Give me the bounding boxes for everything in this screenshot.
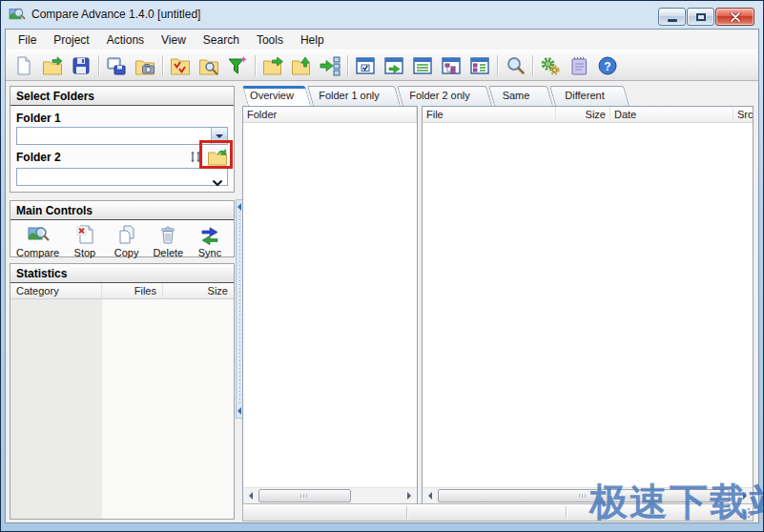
tab-overview[interactable]: Overview: [242, 86, 305, 106]
chevron-down-icon: [212, 179, 223, 187]
menu-project[interactable]: Project: [45, 31, 97, 50]
compare-icon: [27, 223, 50, 246]
options-button[interactable]: [536, 52, 565, 79]
sync-label: Sync: [198, 246, 221, 258]
sync-icon: [198, 223, 221, 246]
copy-icon: [115, 223, 138, 246]
main-content: Select Folders Folder 1 Folder 2: [6, 81, 758, 522]
app-window: Compare Advance 1.4.0 [untitled] File Pr…: [0, 0, 764, 532]
find-files-icon: [198, 55, 219, 76]
search-button[interactable]: [501, 52, 529, 79]
tab-folder-2-only[interactable]: Folder 2 only: [397, 86, 486, 106]
menu-file[interactable]: File: [10, 31, 45, 50]
scroll-left-arrow-icon[interactable]: [423, 488, 438, 503]
toolbar-separator: [98, 55, 99, 76]
tab-folder-1-only[interactable]: Folder 1 only: [307, 86, 395, 106]
column-date[interactable]: Date: [610, 107, 733, 122]
folder-list-hscrollbar[interactable]: [243, 487, 417, 503]
delete-button[interactable]: Delete: [152, 223, 184, 258]
select-folders-icon: [170, 55, 191, 76]
window-title: Compare Advance 1.4.0 [untitled]: [31, 8, 200, 21]
copy-to-folder-1-button[interactable]: [287, 52, 316, 79]
menu-actions[interactable]: Actions: [98, 31, 153, 50]
filter-icon: [227, 55, 248, 76]
file-list-header: File Size Date Src: [423, 107, 753, 123]
chevron-down-icon: [216, 134, 223, 138]
column-size[interactable]: Size: [556, 107, 610, 122]
folder-list: Folder: [242, 106, 418, 504]
folder-list-body[interactable]: [243, 123, 417, 487]
maximize-icon: [696, 13, 706, 21]
scrollbar-thumb[interactable]: [438, 489, 730, 502]
resize-grip-icon[interactable]: [739, 507, 752, 520]
sync-button[interactable]: Sync: [194, 223, 226, 258]
folder1-combobox[interactable]: [16, 127, 228, 145]
maximize-button[interactable]: [687, 8, 714, 26]
scroll-left-arrow-icon[interactable]: [243, 488, 258, 503]
save-snapshot-button[interactable]: [102, 52, 131, 79]
column-category[interactable]: Category: [10, 283, 102, 298]
tab-different[interactable]: Different: [549, 86, 624, 106]
scroll-right-arrow-icon[interactable]: [737, 488, 753, 503]
new-project-button[interactable]: [10, 52, 38, 79]
help-button[interactable]: ?: [593, 52, 622, 79]
folder-view-button[interactable]: [380, 52, 408, 79]
column-size[interactable]: Size: [163, 283, 234, 298]
menu-bar: File Project Actions View Search Tools H…: [6, 30, 758, 50]
find-files-button[interactable]: [195, 52, 223, 79]
titlebar[interactable]: Compare Advance 1.4.0 [untitled]: [1, 1, 763, 28]
copy-button[interactable]: Copy: [111, 223, 143, 258]
toolbar-separator: [347, 55, 348, 76]
open-project-button[interactable]: [38, 52, 67, 79]
options-gears-icon: [540, 55, 561, 76]
session-log-icon: [568, 55, 589, 76]
tree-view-button[interactable]: [437, 52, 465, 79]
tree-view-icon: [441, 55, 462, 76]
statistics-list[interactable]: [10, 299, 234, 519]
minimize-button[interactable]: [658, 8, 686, 26]
compare-button[interactable]: Compare: [16, 223, 59, 258]
select-folders-button[interactable]: [166, 52, 195, 79]
menu-tools[interactable]: Tools: [248, 31, 292, 50]
tree-list-view-button[interactable]: [465, 52, 494, 79]
statusbar-divider: [566, 506, 567, 519]
column-folder[interactable]: Folder: [243, 107, 417, 122]
synchronize-button[interactable]: [316, 52, 344, 79]
file-list-body[interactable]: [423, 123, 753, 487]
stop-button[interactable]: Stop: [69, 223, 101, 258]
select-folders-header: Select Folders: [10, 87, 234, 106]
list-view-button[interactable]: [408, 52, 437, 79]
load-snapshot-button[interactable]: [131, 52, 159, 79]
close-button[interactable]: [715, 8, 754, 26]
folder2-input[interactable]: [17, 169, 227, 185]
column-src[interactable]: Src: [733, 107, 753, 122]
folder-view-icon: [383, 55, 404, 76]
save-project-icon: [71, 55, 92, 76]
stop-icon: [73, 223, 96, 246]
column-files[interactable]: Files: [102, 283, 163, 298]
folder1-input[interactable]: [17, 128, 227, 144]
menu-view[interactable]: View: [153, 31, 195, 50]
minimize-icon: [668, 19, 677, 22]
delete-label: Delete: [153, 246, 183, 258]
session-log-button[interactable]: [565, 52, 593, 79]
annotation-highlight-box: [199, 140, 233, 169]
scrollbar-thumb[interactable]: [258, 489, 351, 502]
copy-label: Copy: [114, 246, 139, 258]
folder2-combobox[interactable]: [16, 168, 228, 186]
column-file[interactable]: File: [423, 107, 556, 122]
menu-search[interactable]: Search: [195, 31, 248, 50]
tab-same[interactable]: Same: [488, 86, 547, 106]
load-snapshot-icon: [134, 55, 155, 76]
save-project-button[interactable]: [67, 52, 95, 79]
filter-button[interactable]: [223, 52, 252, 79]
synchronize-icon: [320, 55, 341, 76]
copy-to-folder-2-button[interactable]: [258, 52, 287, 79]
file-list-hscrollbar[interactable]: [423, 487, 753, 503]
folder2-dropdown-button[interactable]: [212, 174, 223, 191]
menu-help[interactable]: Help: [292, 31, 333, 50]
scroll-right-arrow-icon[interactable]: [402, 488, 417, 503]
file-list: File Size Date Src: [422, 106, 754, 504]
overview-view-button[interactable]: [351, 52, 380, 79]
list-view-icon: [412, 55, 433, 76]
